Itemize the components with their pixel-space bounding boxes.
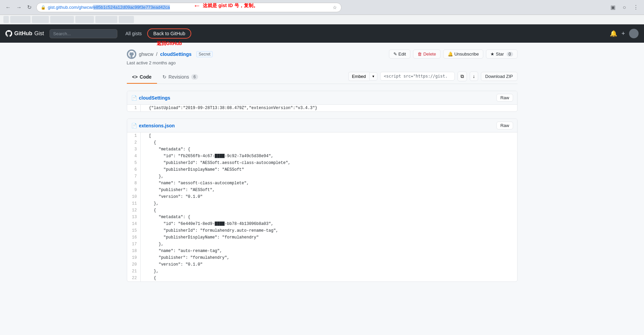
edit-button[interactable]: ✎ Edit: [389, 49, 410, 59]
line-number: 7: [127, 173, 141, 180]
browser-nav-buttons: ← → ↻: [3, 3, 34, 12]
url-highlight: e85b1c524a12d09ac99f3e773ead42ca: [93, 5, 170, 10]
reload-button[interactable]: ↻: [25, 3, 34, 12]
code-line: 3 "metadata": {: [127, 146, 517, 153]
tab-revisions[interactable]: ↻ Revisions 6: [157, 71, 203, 84]
unsubscribe-button[interactable]: 🔔 Unsubscribe: [443, 49, 483, 59]
all-gists-link[interactable]: All gists: [125, 31, 142, 36]
add-icon[interactable]: +: [621, 30, 625, 37]
file-header-cloudsettings: 📄 cloudSettings Raw: [127, 91, 517, 105]
extensions-icon[interactable]: ▣: [608, 3, 618, 12]
code-line: 14 "id": "6e440e71-8ed9-████-bb78-4b1309…: [127, 221, 517, 227]
back-to-github-button[interactable]: Back to GitHub: [147, 28, 191, 39]
profile-icon[interactable]: ○: [620, 3, 629, 12]
browser-right-icons: ▣ ○ ⋮: [608, 3, 641, 12]
tab-code[interactable]: <> Code: [127, 71, 157, 84]
line-number: 6: [127, 166, 141, 173]
line-content: [: [141, 132, 155, 139]
gist-separator: /: [156, 51, 157, 57]
code-line: 16 "publisherDisplayName": "formulahendr…: [127, 234, 517, 241]
line-content: "version": "0.1.0": [141, 193, 206, 200]
file-block-cloudsettings: 📄 cloudSettings Raw 1 {"lastUpload":"201…: [127, 91, 518, 112]
line-number: 21: [127, 268, 141, 275]
raw-button-cloudsettings[interactable]: Raw: [496, 94, 513, 102]
file-header-extensions: 📄 extensions.json Raw: [127, 119, 517, 132]
tab-revisions-label: Revisions: [169, 74, 189, 80]
line-content: "name": "auto-rename-tag",: [141, 248, 226, 254]
star-button[interactable]: ★ Star 0: [486, 49, 518, 59]
url-prefix: gist.github.com/ghwcw/: [48, 5, 93, 10]
line-number: 10: [127, 193, 141, 200]
line-content: },: [141, 200, 162, 207]
line-number: 20: [127, 261, 141, 268]
line-content: "metadata": {: [141, 214, 194, 221]
code-line: 2 {: [127, 139, 517, 146]
avatar: [127, 49, 136, 59]
embed-dropdown: Embed ▾: [348, 72, 377, 81]
edit-icon: ✎: [393, 51, 397, 57]
code-icon: <>: [132, 74, 138, 80]
logo-github: GitHub: [14, 30, 32, 37]
line-content: "id": "6e440e71-8ed9-████-bb78-4b13096b8…: [141, 221, 277, 227]
address-bar[interactable]: 🔒 gist.github.com/ghwcw/e85b1c524a12d09a…: [36, 3, 341, 12]
bookmark-item[interactable]: [3, 16, 9, 23]
raw-button-extensions[interactable]: Raw: [496, 122, 513, 129]
embed-url-field[interactable]: [380, 72, 455, 81]
code-line: 6 "publisherDisplayName": "AESSoft": [127, 166, 517, 173]
delete-button[interactable]: 🗑 Delete: [413, 49, 441, 59]
revisions-count: 6: [191, 74, 198, 80]
line-number: 13: [127, 214, 141, 221]
bookmark-item[interactable]: [119, 16, 134, 23]
line-content: {: [141, 275, 160, 281]
line-content: "publisherId": "AESSoft.aessoft-class-au…: [141, 160, 294, 166]
gist-nav: All gists Back to GitHub 返回GitHub: [125, 28, 191, 39]
file-name-cloudsettings[interactable]: cloudSettings: [139, 95, 171, 101]
line-number: 3: [127, 146, 141, 153]
star-icon: ★: [490, 51, 494, 57]
user-avatar[interactable]: [629, 29, 639, 38]
line-number: 19: [127, 254, 141, 261]
gist-filename-link[interactable]: cloudSettings: [160, 51, 192, 57]
last-active: Last active 2 months ago: [127, 60, 213, 65]
embed-button[interactable]: Embed: [348, 72, 369, 81]
code-line: 4 "id": "fb2656fb-4c67-████-9c92-7a49c5d…: [127, 153, 517, 160]
line-number: 14: [127, 221, 141, 227]
line-content: "name": "aessoft-class-autocomplete",: [141, 180, 253, 187]
code-line: 12 {: [127, 207, 517, 214]
line-number: 5: [127, 160, 141, 166]
github-gist-logo[interactable]: GitHub Gist: [5, 30, 44, 37]
bookmark-star-icon[interactable]: ☆: [333, 5, 337, 10]
code-line: 1 [: [127, 132, 517, 139]
copy-icon-button[interactable]: ⧉: [457, 71, 467, 81]
tab-code-label: Code: [140, 74, 152, 80]
code-area-cloudsettings: 1 {"lastUpload":"2019-09-28T13:38:08.479…: [127, 105, 517, 111]
trash-icon: 🗑: [417, 51, 422, 57]
bookmark-item[interactable]: [50, 16, 74, 23]
download-zip-button[interactable]: Download ZIP: [481, 72, 518, 81]
notifications-icon[interactable]: 🔔: [610, 30, 617, 37]
gist-title-left: ghwcw / cloudSettings Secret: [127, 49, 213, 59]
file-block-extensions: 📄 extensions.json Raw 1 [2 {3 "metadata"…: [127, 119, 518, 282]
menu-icon[interactable]: ⋮: [631, 3, 641, 12]
bookmark-item[interactable]: [10, 16, 31, 23]
secret-badge: Secret: [196, 51, 213, 57]
back-button[interactable]: ←: [3, 3, 13, 12]
line-number: 1: [127, 105, 141, 111]
code-line: 13 "metadata": {: [127, 214, 517, 221]
line-content: },: [141, 173, 167, 180]
forward-button[interactable]: →: [14, 3, 24, 12]
bell-icon: 🔔: [448, 51, 453, 57]
bookmark-item[interactable]: [95, 16, 117, 23]
search-input[interactable]: [50, 29, 117, 38]
code-line: 19 "publisher": "formulahendry",: [127, 254, 517, 261]
line-content: {"lastUpload":"2019-09-28T13:38:08.479Z"…: [141, 105, 321, 111]
code-line: 9 "publisher": "AESSoft",: [127, 187, 517, 193]
download-icon-button[interactable]: ↓: [470, 71, 478, 81]
logo-gist: Gist: [34, 30, 44, 37]
file-name-extensions[interactable]: extensions.json: [139, 123, 175, 128]
bookmark-item[interactable]: [75, 16, 94, 23]
line-number: 2: [127, 139, 141, 146]
bookmark-item[interactable]: [32, 16, 49, 23]
embed-caret-button[interactable]: ▾: [369, 72, 377, 81]
edit-label: Edit: [398, 51, 406, 57]
